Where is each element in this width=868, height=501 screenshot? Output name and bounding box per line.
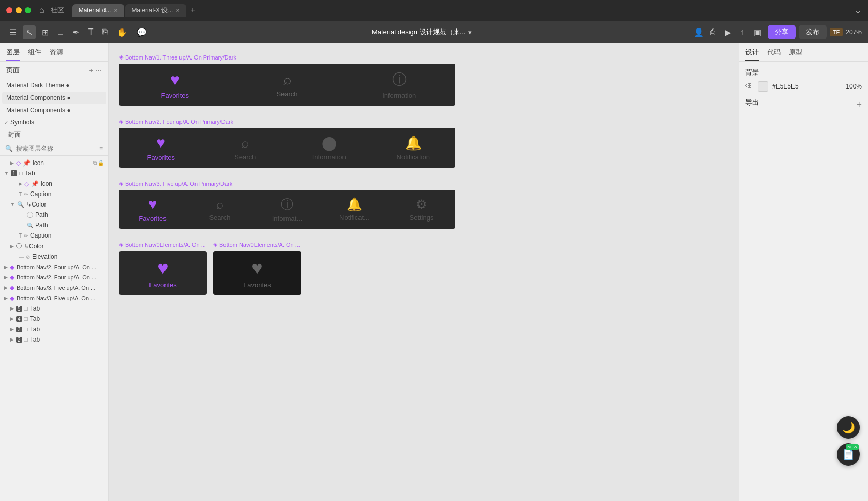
tab-design[interactable]: 设计 [745, 48, 759, 61]
publish-button[interactable]: 发布 [799, 25, 827, 39]
tab-layers[interactable]: 图层 [6, 48, 20, 61]
tab-close-icon[interactable]: ✕ [176, 8, 180, 13]
nav-item-information[interactable]: ⓘ Information [343, 70, 455, 99]
lock-icon[interactable]: 🔒 [98, 160, 104, 166]
group-icon: □ [24, 305, 28, 312]
layer-item-tab[interactable]: ▼ 1 □ Tab [0, 168, 108, 179]
component-indicator: ◈ [119, 180, 123, 187]
layer-item-bottomnav-1[interactable]: ▶ ◆ Bottom Nav/2. Four up/A. On ... [0, 262, 108, 272]
tab-material-d[interactable]: Material d... ✕ [72, 4, 125, 17]
share-button[interactable]: 分享 [768, 25, 796, 39]
menu-button[interactable]: ☰ [6, 25, 20, 39]
page-item-symbols[interactable]: ✓ Symbols [0, 116, 108, 128]
layer-name: Path [35, 211, 48, 218]
nav-item-favorites[interactable]: ♥ Favorites [119, 70, 231, 99]
expand-icon: ▶ [10, 306, 14, 311]
nav-item-search[interactable]: ⌕ Search [186, 197, 253, 222]
upload-button[interactable]: ↑ [737, 25, 747, 39]
layer-item-caption1[interactable]: T ✏ Caption [0, 189, 108, 199]
text-icon: T [19, 233, 22, 239]
moon-fab[interactable]: 🌙 [837, 416, 860, 439]
export-section-title: 导出 [745, 98, 759, 107]
layer-item-tab4[interactable]: ▶ 4 □ Tab [0, 314, 108, 324]
add-tab-button[interactable]: + [187, 4, 198, 17]
tab-components[interactable]: 组件 [28, 48, 41, 61]
page-item-dark-theme[interactable]: Material Dark Theme ● [2, 79, 106, 92]
title-text: Material design 设计规范（来... [372, 27, 466, 37]
comment-tool[interactable]: 💬 [133, 25, 150, 39]
page-options-button[interactable]: ⋯ [95, 67, 102, 75]
filter-icon[interactable]: ≡ [99, 145, 103, 152]
tab-assets[interactable]: 资源 [50, 48, 63, 61]
nav-item-search[interactable]: ⌕ Search [231, 71, 343, 98]
nav-item-information[interactable]: ⬤ Information [287, 135, 371, 161]
page-item-cover[interactable]: 封面 [0, 128, 108, 142]
layer-item-tab3[interactable]: ▶ 3 □ Tab [0, 324, 108, 334]
chevron-down-icon[interactable]: ⌄ [854, 5, 862, 16]
close-button[interactable] [6, 7, 12, 13]
nav-item-notification[interactable]: 🔔 Notification [371, 135, 456, 161]
user-badge: TF [830, 28, 843, 36]
five-up-component: ♥ Favorites ⌕ Search ⓘ Informat... 🔔 Not… [119, 190, 455, 229]
minimize-button[interactable] [16, 7, 22, 13]
nav-item-information[interactable]: ⓘ Informat... [253, 196, 321, 223]
layout-button[interactable]: ▣ [751, 25, 765, 39]
component-tool[interactable]: ⎘ [99, 25, 111, 39]
text-tool[interactable]: T [85, 25, 97, 39]
pin-icon: 📌 [23, 159, 31, 167]
right-sidebar-tabs: 设计 代码 原型 [739, 43, 868, 62]
hand-tool[interactable]: ✋ [114, 25, 130, 39]
color-hex-value: #E5E5E5 [772, 83, 842, 90]
layer-item-tab5[interactable]: ▶ 5 □ Tab [0, 303, 108, 314]
search-layer-icon: 🔍 [17, 201, 24, 208]
layer-item-bottomnav-3[interactable]: ▶ ◆ Bottom Nav/3. Five up/A. On ... [0, 283, 108, 293]
layer-item-bottomnav-2[interactable]: ▶ ◆ Bottom Nav/2. Four up/A. On ... [0, 272, 108, 283]
title-chevron-icon[interactable]: ▾ [468, 28, 472, 36]
layer-item-tab2[interactable]: ▶ 2 □ Tab [0, 334, 108, 345]
canvas-area[interactable]: ◈ Bottom Nav/1. Three up/A. On Primary/D… [109, 43, 739, 501]
tab-material-x[interactable]: Material-X 设... ✕ [125, 4, 186, 17]
maximize-button[interactable] [25, 7, 31, 13]
layer-item-path2[interactable]: 🔍 Path [0, 220, 108, 230]
layer-item-path1[interactable]: Path [0, 210, 108, 220]
layer-item-color2[interactable]: ▶ ⓘ ↳Color [0, 241, 108, 252]
copy-icon[interactable]: ⧉ [93, 160, 97, 166]
layer-item-color1[interactable]: ▼ 🔍 ↳Color [0, 199, 108, 210]
select-tool[interactable]: ↖ [23, 25, 36, 39]
tab-close-icon[interactable]: ✕ [114, 8, 118, 13]
layer-name: Tab [30, 315, 40, 322]
nav-item-favorites[interactable]: ♥ Favorites [119, 196, 186, 223]
component-indicator: ◈ [213, 241, 217, 248]
shape-tool[interactable]: □ [55, 25, 66, 39]
home-icon[interactable]: ⌂ [39, 6, 44, 15]
nav-item-favorites[interactable]: ♥ Favorites [119, 134, 203, 161]
layer-item-elevation[interactable]: — ⊘ Elevation [0, 252, 108, 262]
doc-fab[interactable]: 📄 NEW [837, 443, 860, 466]
frame-tool[interactable]: ⊞ [39, 25, 52, 39]
layer-item-bottomnav-4[interactable]: ▶ ◆ Bottom Nav/3. Five up/A. On ... [0, 293, 108, 303]
pin-icon: 📌 [31, 180, 39, 187]
layer-item-icon1[interactable]: ▶ ◇ 📌 icon ⧉ 🔒 [0, 158, 108, 168]
play-button[interactable]: ▶ [722, 25, 734, 39]
add-page-button[interactable]: + [89, 67, 93, 75]
expand-icon: ▶ [4, 264, 8, 270]
search-path-icon: 🔍 [27, 223, 33, 228]
page-item-components-1[interactable]: Material Components ● [2, 92, 106, 104]
nav-item-settings[interactable]: ⚙ Settings [388, 197, 455, 222]
tab-prototype[interactable]: 原型 [789, 48, 802, 61]
page-section: 页面 + ⋯ [0, 62, 108, 79]
search-input[interactable] [16, 145, 96, 152]
notification-icon: 🔔 [347, 197, 362, 212]
search-box: 🔍 ≡ [0, 142, 108, 156]
nav-item-notification[interactable]: 🔔 Notificat... [321, 197, 388, 222]
layer-item-icon2[interactable]: ▶ ◇ 📌 icon [0, 179, 108, 189]
color-swatch[interactable] [758, 81, 768, 92]
visibility-icon[interactable]: 👁 [745, 82, 754, 91]
tab-code[interactable]: 代码 [767, 48, 781, 61]
layer-item-caption2[interactable]: T ✏ Caption [0, 230, 108, 241]
pen-tool[interactable]: ✒ [69, 25, 82, 39]
share-icon-btn[interactable]: ⎙ [707, 25, 719, 39]
nav-item-search[interactable]: ⌕ Search [203, 135, 288, 161]
add-export-button[interactable]: + [856, 99, 862, 110]
page-item-components-2[interactable]: Material Components ● [2, 104, 106, 116]
